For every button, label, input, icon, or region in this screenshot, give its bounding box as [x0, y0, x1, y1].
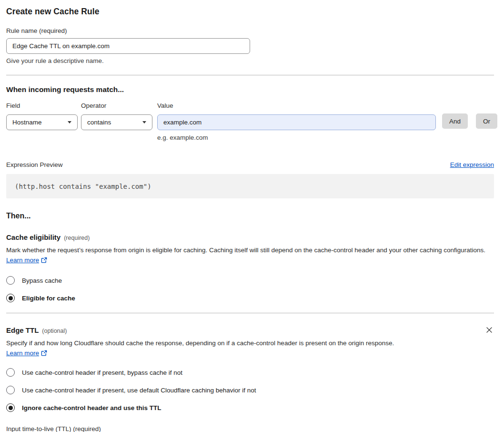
external-link-icon — [41, 256, 47, 266]
chevron-down-icon — [68, 121, 71, 123]
cache-eligibility-description-text: Mark whether the request’s response from… — [6, 247, 485, 254]
divider — [6, 75, 494, 75]
rule-name-group: Rule name (required) Give your rule a de… — [6, 27, 494, 64]
radio-icon — [6, 386, 15, 394]
rule-name-input[interactable] — [6, 38, 250, 54]
operator-group: Operator contains — [81, 102, 152, 130]
create-cache-rule-form: Create new Cache Rule Rule name (require… — [0, 0, 504, 432]
field-group: Field Hostname — [6, 102, 78, 130]
radio-ignore-header-use-ttl[interactable]: Ignore cache-control header and use this… — [6, 403, 494, 412]
radio-label: Eligible for cache — [22, 295, 75, 302]
edge-ttl-title: Edge TTL — [6, 326, 39, 334]
radio-eligible-for-cache[interactable]: Eligible for cache — [6, 294, 494, 302]
field-label: Field — [6, 102, 78, 109]
rule-name-helper: Give your rule a descriptive name. — [6, 57, 494, 64]
radio-label: Ignore cache-control header and use this… — [22, 404, 161, 411]
edge-ttl-learn-more-link[interactable]: Learn more — [6, 350, 39, 357]
ttl-input-label: Input time-to-live (TTL) (required) — [6, 425, 494, 432]
cache-eligibility-title: Cache eligibility — [6, 233, 60, 241]
close-icon[interactable] — [484, 325, 494, 335]
divider — [6, 313, 494, 313]
radio-icon — [6, 276, 15, 285]
and-or-buttons: And Or — [442, 113, 497, 129]
expression-preview-label: Expression Preview — [6, 161, 63, 168]
match-builder-row: Field Hostname Operator contains Value e… — [6, 102, 494, 141]
cache-eligibility-description: Mark whether the request’s response from… — [6, 245, 494, 266]
radio-bypass-cache[interactable]: Bypass cache — [6, 276, 494, 285]
radio-use-header-default[interactable]: Use cache-control header if present, use… — [6, 386, 494, 394]
page-title: Create new Cache Rule — [6, 7, 494, 17]
radio-icon — [6, 403, 15, 412]
value-label: Value — [157, 102, 436, 109]
radio-label: Bypass cache — [22, 277, 62, 284]
operator-select[interactable]: contains — [81, 114, 152, 130]
then-heading: Then... — [6, 212, 494, 220]
edge-ttl-description: Specify if and how long Cloudflare shoul… — [6, 338, 405, 359]
value-group: Value e.g. example.com — [157, 102, 436, 141]
value-helper: e.g. example.com — [157, 134, 436, 141]
radio-icon — [6, 294, 15, 302]
radio-icon — [6, 368, 15, 377]
chevron-down-icon — [142, 121, 146, 123]
edge-ttl-description-text: Specify if and how long Cloudflare shoul… — [6, 339, 394, 347]
expression-preview-row: Expression Preview Edit expression — [6, 161, 494, 168]
and-button[interactable]: And — [442, 113, 468, 129]
operator-label: Operator — [81, 102, 152, 109]
or-button[interactable]: Or — [476, 113, 497, 129]
match-section-heading: When incoming requests match... — [6, 85, 494, 94]
edit-expression-link[interactable]: Edit expression — [450, 161, 494, 168]
radio-use-header-bypass[interactable]: Use cache-control header if present, byp… — [6, 368, 494, 377]
edge-ttl-optional-tag: (optional) — [42, 328, 67, 334]
field-select[interactable]: Hostname — [6, 114, 78, 130]
value-input[interactable] — [157, 114, 436, 130]
field-select-value: Hostname — [12, 119, 42, 126]
cache-eligibility-required-tag: (required) — [64, 235, 90, 241]
rule-name-label: Rule name (required) — [6, 27, 494, 34]
expression-text: (http.host contains "example.com") — [15, 183, 151, 190]
cache-eligibility-header: Cache eligibility (required) — [6, 233, 494, 241]
edge-ttl-header: Edge TTL (optional) — [6, 326, 494, 334]
external-link-icon — [41, 349, 47, 359]
radio-label: Use cache-control header if present, byp… — [22, 369, 182, 376]
radio-label: Use cache-control header if present, use… — [22, 387, 256, 394]
operator-select-value: contains — [87, 119, 111, 126]
cache-eligibility-learn-more-link[interactable]: Learn more — [6, 257, 39, 264]
expression-code-block: (http.host contains "example.com") — [6, 174, 494, 198]
